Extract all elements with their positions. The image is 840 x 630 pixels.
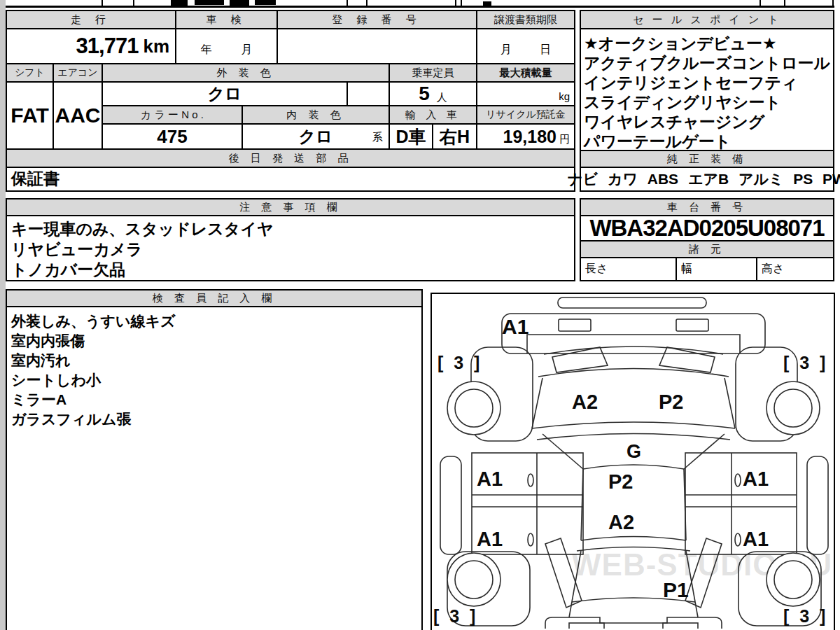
exterior-color-header: 外 装 色 xyxy=(102,63,390,83)
mark-roof-rear: A2 xyxy=(608,512,634,533)
aircon-header: エアコン xyxy=(52,63,103,83)
sales-point-line: アクティブクルーズコントロール xyxy=(584,53,830,73)
inspector-cell: 外装しみ、うすい線キズ 室内内張傷 室内汚れ シートしわ小 ミラーA ガラスフィ… xyxy=(6,306,423,630)
top-strip-fragment xyxy=(195,0,224,5)
chassis-header-label: 車 台 番 号 xyxy=(667,201,748,214)
exterior-color-header-label: 外 装 色 xyxy=(216,66,274,80)
mark-front-left-door: A1 xyxy=(477,469,503,489)
inspection-month-label: 月 xyxy=(241,43,253,57)
max-load-header-label: 最大積載量 xyxy=(500,66,552,80)
transfer-deadline-header: 譲渡書類期限 xyxy=(476,10,575,29)
top-strip-border xyxy=(6,6,834,8)
registration-header: 登 録 番 号 xyxy=(276,10,477,29)
mileage-value: 31,771 xyxy=(76,34,139,59)
top-strip-border xyxy=(760,0,761,6)
recycle-unit: 円 xyxy=(559,133,570,146)
tire-mark-rear-right: [ 3 ] xyxy=(783,608,828,625)
recycle-cell: 19,180 円 xyxy=(476,123,575,150)
top-strip-fragment xyxy=(230,0,249,6)
top-strip-border xyxy=(366,0,368,6)
notes-header: 注 意 事 項 欄 xyxy=(6,198,575,216)
sales-points-header-label: セ ー ル ス ポ イ ン ト xyxy=(633,13,781,27)
shift-cell: FAT xyxy=(6,81,54,150)
recycle-header-label: リサイクル預託金 xyxy=(486,108,566,121)
inspector-line: 室内内張傷 xyxy=(11,331,85,351)
spec-height-cell: 高さ xyxy=(756,257,834,281)
sales-point-line: パワーテールゲート xyxy=(584,132,731,151)
handle-value: 右H xyxy=(440,125,470,148)
aircon-cell: AAC xyxy=(52,81,103,150)
top-strip-fragment xyxy=(171,0,188,6)
note-line: トノカバー欠品 xyxy=(11,260,125,280)
top-strip-fragment xyxy=(483,1,491,6)
recycle-header: リサイクル預託金 xyxy=(476,105,575,125)
mileage-header-label: 走 行 xyxy=(71,13,111,27)
inspector-line: ガラスフィルム張 xyxy=(11,410,131,429)
import-cell: D車 xyxy=(388,123,433,150)
later-parts-header-label: 後 日 発 送 部 品 xyxy=(229,152,353,165)
registration-header-label: 登 録 番 号 xyxy=(332,13,422,27)
inspection-header: 車 検 xyxy=(175,10,278,29)
sales-points-cell: ★オークションデビュー★ アクティブクルーズコントロール インテリジェントセーフ… xyxy=(580,28,834,151)
max-load-header: 最大積載量 xyxy=(476,63,575,83)
import-header: 輸 入 車 xyxy=(388,105,477,125)
max-load-cell: kg xyxy=(476,81,575,106)
chassis-cell: WBA32AD0205U08071 xyxy=(580,215,834,241)
aircon-value: AAC xyxy=(55,104,101,127)
inspector-line: 室内汚れ xyxy=(11,351,71,370)
tire-mark-rear-left: [ 3 ] xyxy=(433,608,478,625)
top-strip-border xyxy=(461,0,462,6)
top-strip-border xyxy=(832,0,834,6)
spec-length-label: 長さ xyxy=(585,262,608,276)
equipment-cell: ナビ カワ ABS エアB アルミ PS PW xyxy=(580,167,834,192)
notes-header-label: 注 意 事 項 欄 xyxy=(239,201,342,214)
interior-color-cell: クロ 系 xyxy=(241,123,390,150)
mark-front-bumper: A1 xyxy=(502,316,528,337)
capacity-unit: 人 xyxy=(437,91,447,104)
recycle-value: 19,180 xyxy=(503,127,556,147)
equipment-header-label: 純 正 装 備 xyxy=(667,153,748,166)
later-parts-header: 後 日 発 送 部 品 xyxy=(6,148,575,168)
inspection-header-label: 車 検 xyxy=(206,13,246,27)
chassis-header: 車 台 番 号 xyxy=(580,198,834,216)
interior-color-suffix: 系 xyxy=(372,131,383,144)
inspector-line: 外装しみ、うすい線キズ xyxy=(11,312,175,331)
top-strip-border xyxy=(455,0,456,6)
chassis-value: WBA32AD0205U08071 xyxy=(589,215,824,241)
mileage-cell: 31,771 km xyxy=(6,28,176,64)
inspector-header-label: 検 査 員 記 入 欄 xyxy=(153,292,276,305)
top-strip-fragment xyxy=(255,0,276,5)
specs-header: 諸 元 xyxy=(580,240,834,258)
top-strip xyxy=(0,0,840,9)
import-header-label: 輸 入 車 xyxy=(405,108,460,122)
capacity-value: 5 xyxy=(419,83,430,105)
color-no-header-label: カ ラ ー N o . xyxy=(141,108,204,122)
note-line: キー現車のみ、スタッドレスタイヤ xyxy=(11,219,273,239)
mark-rear-panel: P1 xyxy=(663,580,689,601)
auction-sheet: 走 行 車 検 登 録 番 号 譲渡書類期限 31,771 km 年 月 月 日… xyxy=(0,0,840,630)
mileage-unit: km xyxy=(143,36,169,57)
capacity-header: 乗車定員 xyxy=(388,63,477,83)
interior-color-header: 内 装 色 xyxy=(241,105,390,125)
capacity-cell: 5 人 xyxy=(388,81,477,106)
sales-point-line: インテリジェントセーフティ xyxy=(584,73,797,92)
import-value: D車 xyxy=(396,125,426,148)
capacity-header-label: 乗車定員 xyxy=(412,66,454,80)
sales-points-header: セ ー ル ス ポ イ ン ト xyxy=(580,10,834,29)
later-parts-value: 保証書 xyxy=(11,168,59,190)
handle-cell: 右H xyxy=(432,123,477,150)
specs-header-label: 諸 元 xyxy=(689,243,725,256)
inspector-header: 検 査 員 記 入 欄 xyxy=(6,289,423,307)
spec-width-label: 幅 xyxy=(681,262,692,276)
aircon-header-label: エアコン xyxy=(57,66,97,79)
shift-header: シフト xyxy=(6,63,54,83)
top-strip-border xyxy=(133,0,134,6)
equipment-value: ナビ カワ ABS エアB アルミ PS PW xyxy=(568,169,840,189)
notes-cell: キー現車のみ、スタッドレスタイヤ リヤビューカメラ トノカバー欠品 xyxy=(6,215,575,281)
mark-rear-left-door: A1 xyxy=(477,529,503,550)
sales-point-line: スライディングリヤシート xyxy=(584,92,781,112)
mark-glass: G xyxy=(626,442,641,461)
exterior-color-cell: クロ xyxy=(102,81,348,106)
mark-rear-right-door: A1 xyxy=(743,529,769,550)
spec-height-label: 高さ xyxy=(762,262,784,276)
